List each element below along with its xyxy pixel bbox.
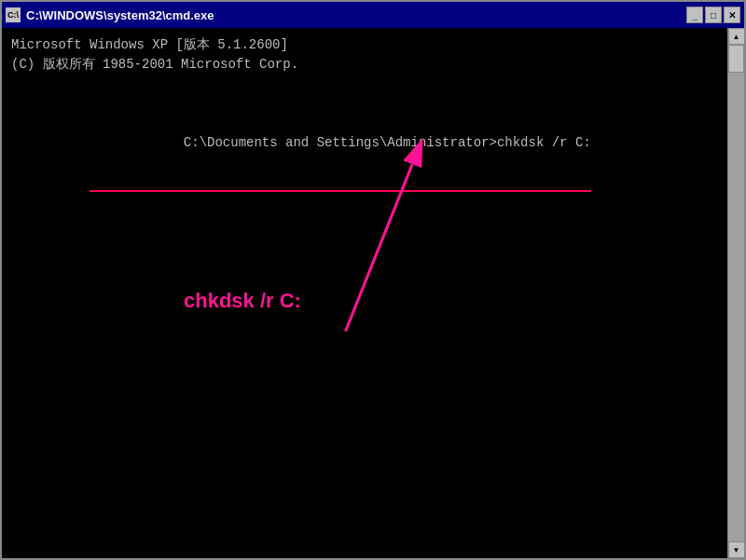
terminal-content: Microsoft Windows XP [版本 5.1.2600] (C) 版… [11,35,718,212]
terminal-line-4: C:\Documents and Settings\Administrator>… [11,94,718,212]
window-body: Microsoft Windows XP [版本 5.1.2600] (C) 版… [2,28,744,558]
annotation-label: chkdsk /r C: [184,289,301,313]
close-button[interactable]: ✕ [724,7,740,23]
scroll-up-button[interactable]: ▲ [728,28,745,45]
restore-button[interactable]: □ [705,7,722,23]
terminal-prompt: C:\Documents and Settings\Administrator>… [184,135,591,150]
cmd-icon: C:\ [6,7,21,22]
cmd-underline-decoration [90,190,591,192]
terminal-line-2: (C) 版权所有 1985-2001 Microsoft Corp. [11,55,718,75]
terminal-area[interactable]: Microsoft Windows XP [版本 5.1.2600] (C) 版… [2,28,727,558]
cmd-window: C:\ C:\WINDOWS\system32\cmd.exe _ □ ✕ Mi… [0,0,746,560]
terminal-line-1: Microsoft Windows XP [版本 5.1.2600] [11,35,718,55]
window-title: C:\WINDOWS\system32\cmd.exe [26,8,214,22]
scrollbar-track[interactable] [728,45,744,541]
title-bar: C:\ C:\WINDOWS\system32\cmd.exe _ □ ✕ [2,2,744,28]
cmd-line-wrapper: C:\Documents and Settings\Administrator>… [90,114,591,192]
scrollbar-thumb[interactable] [728,45,744,73]
minimize-button[interactable]: _ [686,7,703,23]
title-bar-left: C:\ C:\WINDOWS\system32\cmd.exe [6,7,214,22]
scrollbar[interactable]: ▲ ▼ [727,28,744,558]
scroll-down-button[interactable]: ▼ [728,541,745,558]
terminal-line-3 [11,75,718,94]
window-controls: _ □ ✕ [686,7,740,23]
